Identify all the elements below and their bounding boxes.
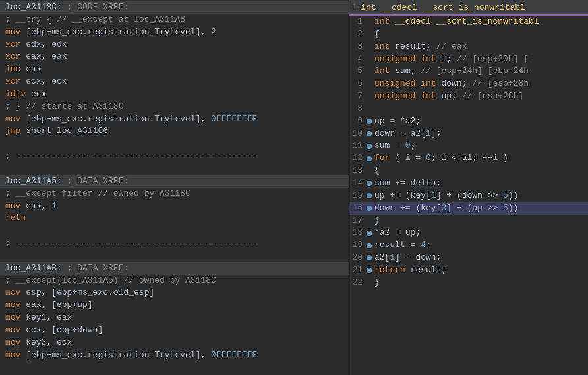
- left-code-line: mov eax, 1: [0, 200, 349, 213]
- left-code-line: jmp short loc_A311C6: [0, 125, 349, 138]
- breakpoint-dot: [367, 193, 372, 198]
- left-code-line: retn: [0, 212, 349, 225]
- left-code-line: loc_A3118C: ; CODE XREF:: [0, 1, 349, 14]
- dot-empty: [367, 218, 372, 223]
- code-text: up = *a2;: [374, 115, 421, 128]
- dot-empty: [367, 57, 372, 62]
- code-text: up += (key[1] + (down >> 5)): [374, 190, 518, 202]
- line-number: 15: [351, 190, 367, 202]
- line-number: 6: [351, 78, 367, 90]
- right-code-line: 22}: [349, 277, 588, 289]
- breakpoint-dot: [367, 156, 372, 161]
- left-code-line: [0, 225, 349, 237]
- line-number: 14: [351, 177, 367, 190]
- code-text: int result; // eax: [374, 41, 467, 53]
- code-text: }: [374, 277, 380, 289]
- code-text: int sum; // [esp+24h] [ebp-24h: [374, 65, 529, 78]
- left-code-line: mov key1, eax: [0, 312, 349, 324]
- right-code-line: 5 int sum; // [esp+24h] [ebp-24h: [349, 65, 588, 78]
- code-text: *a2 = up;: [374, 227, 421, 239]
- right-code-line: 3 int result; // eax: [349, 41, 588, 53]
- breakpoint-dot: [367, 206, 372, 211]
- code-text: {: [374, 165, 380, 177]
- line-number: 2: [351, 28, 367, 41]
- line-number: 16: [351, 202, 367, 215]
- right-code-line: 1int __cdecl __scrt_is_nonwritabl: [349, 16, 588, 28]
- line-number: 8: [351, 103, 367, 115]
- left-code-line: loc_A311A5: ; DATA XREF:: [0, 175, 349, 188]
- line-number: 22: [351, 277, 367, 289]
- code-text: {: [374, 28, 380, 41]
- breakpoint-dot: [367, 119, 372, 124]
- left-code-line: mov key2, ecx: [0, 337, 349, 349]
- left-code-line: mov esp, [ebp+ms_exc.old_esp]: [0, 287, 349, 299]
- code-text: down = a2[1];: [374, 128, 441, 140]
- line-number: 18: [351, 227, 367, 239]
- left-code-line: xor ecx, ecx: [0, 76, 349, 88]
- left-code-line: mov ecx, [ebp+down]: [0, 324, 349, 337]
- code-text: for ( i = 0; i < a1; ++i ): [374, 152, 508, 165]
- line-number: 11: [351, 140, 367, 152]
- right-code-line: 17 }: [349, 215, 588, 227]
- left-code-line: ; __except(loc_A311A5) // owned by A3118…: [0, 275, 349, 287]
- right-code[interactable]: 1int __cdecl __scrt_is_nonwritabl2{3 int…: [349, 16, 588, 375]
- breakpoint-dot: [367, 144, 372, 149]
- line-number: 10: [351, 128, 367, 140]
- left-code-line: idiv ecx: [0, 88, 349, 101]
- left-code-line: [0, 138, 349, 150]
- left-code-line: ; --------------------------------------…: [0, 237, 349, 250]
- code-text: int __cdecl __scrt_is_nonwritabl: [374, 16, 539, 28]
- right-code-line: 12 for ( i = 0; i < a1; ++i ): [349, 152, 588, 165]
- right-code-line: 20 a2[1] = down;: [349, 252, 588, 264]
- code-text: result = 4;: [374, 239, 431, 252]
- dot-empty: [367, 32, 372, 37]
- line-number: 20: [351, 252, 367, 264]
- dot-empty: [367, 69, 372, 74]
- left-code-line: xor eax, eax: [0, 51, 349, 63]
- line-number: 3: [351, 41, 367, 53]
- left-code-line: [0, 250, 349, 262]
- code-text: unsigned int i; // [esp+20h] [: [374, 53, 529, 66]
- left-code-line: ; __try { // __except at loc_A311AB: [0, 14, 349, 26]
- left-code-line: xor edx, edx: [0, 39, 349, 51]
- line-number: 4: [351, 53, 367, 66]
- right-code-line: 15 up += (key[1] + (down >> 5)): [349, 190, 588, 202]
- right-code-line: 9 up = *a2;: [349, 115, 588, 128]
- right-code-line: 16 down += (key[3] + (up >> 5)): [349, 202, 588, 215]
- right-code-line: 21 return result;: [349, 264, 588, 277]
- line-number: 5: [351, 65, 367, 78]
- line-number: 1: [351, 16, 367, 28]
- right-header-text: int __cdecl __scrt_is_nonwritabl: [361, 3, 525, 13]
- line-number: 12: [351, 152, 367, 165]
- right-code-line: 6 unsigned int down; // [esp+28h: [349, 78, 588, 90]
- right-code-line: 4 unsigned int i; // [esp+20h] [: [349, 53, 588, 66]
- line-number: 21: [351, 264, 367, 277]
- dot-empty: [367, 94, 372, 99]
- breakpoint-dot: [367, 131, 372, 136]
- code-text: [374, 103, 380, 115]
- left-code-line: mov [ebp+ms_exc.registration.TryLevel], …: [0, 113, 349, 126]
- left-code-line: [0, 163, 349, 175]
- code-text: unsigned int down; // [esp+28h: [374, 78, 529, 90]
- right-top-bar: 1 int __cdecl __scrt_is_nonwritabl: [349, 0, 588, 16]
- dot-empty: [367, 44, 372, 49]
- line-number: 17: [351, 215, 367, 227]
- breakpoint-dot: [367, 255, 372, 260]
- left-code-line: loc_A311AB: ; DATA XREF:: [0, 262, 349, 275]
- left-panel[interactable]: loc_A3118C: ; CODE XREF:; __try { // __e…: [0, 0, 349, 375]
- code-text: return result;: [374, 264, 446, 277]
- right-code-line: 18 *a2 = up;: [349, 227, 588, 239]
- code-text: down += (key[3] + (up >> 5)): [374, 202, 518, 215]
- dot-empty: [367, 82, 372, 87]
- dot-empty: [367, 19, 372, 24]
- left-code-line: ; --------------------------------------…: [0, 150, 349, 163]
- breakpoint-dot: [367, 268, 372, 273]
- right-code-line: 11 sum = 0;: [349, 140, 588, 152]
- code-text: a2[1] = down;: [374, 252, 441, 264]
- right-panel: 1 int __cdecl __scrt_is_nonwritabl 1int …: [349, 0, 588, 375]
- left-code-line: mov [ebp+ms_exc.registration.TryLevel], …: [0, 26, 349, 39]
- left-code-line: inc eax: [0, 63, 349, 76]
- dot-empty: [367, 106, 372, 111]
- breakpoint-dot: [367, 243, 372, 248]
- dot-empty: [367, 280, 372, 285]
